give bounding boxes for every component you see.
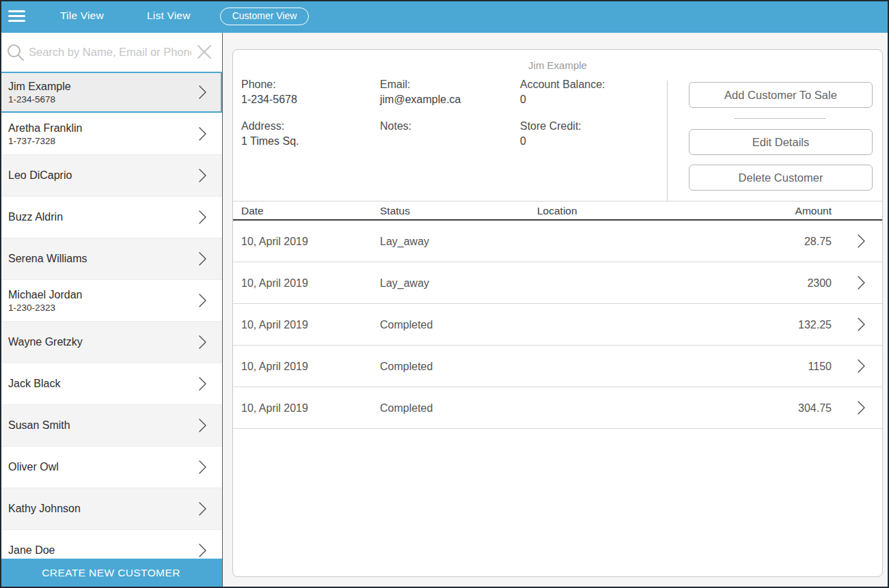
customer-list-item[interactable]: Susan Smith	[0, 405, 222, 447]
customer-phone: 1-737-7328	[8, 135, 83, 147]
cell-amount: 1150	[808, 346, 832, 387]
hamburger-icon	[8, 15, 25, 17]
hamburger-icon	[8, 10, 25, 12]
customer-text: Aretha Franklin 1-737-7328	[8, 122, 83, 147]
chevron-right-icon	[857, 359, 866, 374]
top-bar: Tile View List View Customer View	[0, 0, 889, 33]
create-new-customer-button[interactable]: CREATE NEW CUSTOMER	[0, 559, 222, 588]
customer-text: Susan Smith	[8, 419, 70, 432]
customer-list-item[interactable]: Serena Williams	[0, 238, 222, 280]
column-location: Location	[537, 201, 577, 220]
customer-list-item[interactable]: Leo DiCaprio	[0, 155, 222, 197]
customer-list-item[interactable]: Buzz Aldrin	[0, 197, 222, 238]
customer-name: Serena Williams	[8, 252, 87, 266]
customer-list-item[interactable]: Jane Doe	[0, 530, 222, 559]
transaction-row[interactable]: 10, April 2019 Completed 132.25	[233, 304, 882, 346]
clear-search-icon[interactable]	[197, 44, 212, 59]
chevron-right-icon	[198, 293, 207, 308]
customer-sidebar: Jim Example 1-234-5678 Aretha Franklin 1…	[0, 33, 223, 588]
customer-text: Leo DiCaprio	[8, 169, 72, 182]
tab-tile-view[interactable]: Tile View	[60, 10, 104, 22]
field-value: jim@example.ca	[380, 92, 461, 107]
customer-text: Wayne Gretzky	[8, 335, 83, 349]
cell-date: 10, April 2019	[241, 221, 308, 262]
chevron-right-icon	[198, 85, 207, 100]
chevron-right-icon	[198, 460, 207, 475]
field-email: Email: jim@example.ca	[380, 77, 461, 107]
field-address: Address: 1 Times Sq.	[241, 119, 299, 149]
customer-text: Serena Williams	[8, 252, 87, 266]
customer-list-item[interactable]: Wayne Gretzky	[0, 322, 222, 363]
customer-phone: 1-230-2323	[8, 302, 83, 313]
transactions-header: Date Status Location Amount	[233, 201, 882, 221]
customer-list-item[interactable]: Kathy Johnson	[0, 488, 222, 530]
cell-status: Lay_away	[380, 262, 429, 304]
chevron-right-icon	[198, 335, 207, 350]
customer-name: Leo DiCaprio	[8, 169, 72, 182]
cell-date: 10, April 2019	[241, 387, 308, 429]
chevron-right-icon	[857, 234, 866, 249]
field-value: 0	[520, 92, 605, 107]
cell-status: Completed	[380, 346, 433, 387]
cell-amount: 304.75	[798, 387, 832, 429]
customer-list-item[interactable]: Jim Example 1-234-5678	[0, 72, 222, 113]
cell-status: Completed	[380, 387, 433, 429]
customer-name: Jim Example	[8, 80, 71, 94]
transaction-row[interactable]: 10, April 2019 Completed 304.75	[233, 387, 882, 429]
field-value	[380, 134, 411, 149]
cell-amount: 132.25	[798, 304, 832, 346]
field-label: Notes:	[380, 119, 411, 134]
chevron-right-icon	[198, 376, 207, 391]
customer-name: Susan Smith	[8, 419, 70, 432]
transaction-row[interactable]: 10, April 2019 Completed 1150	[233, 346, 882, 387]
chevron-right-icon	[857, 317, 866, 332]
customer-list-item[interactable]: Jack Black	[0, 363, 222, 405]
customer-name: Kathy Johnson	[8, 502, 81, 516]
add-customer-to-sale-button[interactable]: Add Customer To Sale	[689, 82, 873, 108]
edit-details-button[interactable]: Edit Details	[689, 129, 873, 155]
tab-customer-view[interactable]: Customer View	[220, 8, 309, 25]
customer-text: Jane Doe	[8, 544, 55, 557]
field-notes: Notes:	[380, 119, 411, 149]
field-label: Phone:	[241, 77, 297, 92]
hamburger-icon	[8, 20, 25, 22]
detail-vertical-divider	[667, 81, 668, 201]
chevron-right-icon	[198, 210, 207, 225]
customer-name: Wayne Gretzky	[8, 335, 83, 349]
transaction-row[interactable]: 10, April 2019 Lay_away 28.75	[233, 221, 882, 262]
field-label: Store Credit:	[520, 119, 582, 134]
tab-list-view[interactable]: List View	[147, 10, 191, 22]
field-phone: Phone: 1-234-5678	[241, 77, 297, 107]
chevron-right-icon	[857, 275, 866, 290]
transaction-row[interactable]: 10, April 2019 Lay_away 2300	[233, 262, 882, 304]
customer-list-item[interactable]: Oliver Owl	[0, 447, 222, 488]
main-panel: Jim Example Phone: 1-234-5678 Email: jim…	[223, 33, 889, 588]
field-account-balance: Account Balance: 0	[520, 77, 605, 107]
chevron-right-icon	[198, 501, 207, 516]
chevron-right-icon	[198, 251, 207, 266]
customer-phone: 1-234-5678	[8, 94, 71, 105]
button-separator	[734, 118, 826, 119]
customer-name: Oliver Owl	[8, 460, 59, 474]
cell-date: 10, April 2019	[241, 262, 308, 304]
chevron-right-icon	[198, 168, 207, 183]
column-status: Status	[380, 201, 410, 220]
customer-name: Buzz Aldrin	[8, 210, 63, 224]
search-bar	[0, 33, 222, 72]
field-value: 1-234-5678	[241, 92, 297, 107]
column-date: Date	[241, 201, 264, 220]
field-label: Account Balance:	[520, 77, 605, 92]
customer-list-item[interactable]: Aretha Franklin 1-737-7328	[0, 113, 222, 155]
search-input[interactable]	[29, 33, 191, 72]
customer-text: Oliver Owl	[8, 460, 59, 474]
field-store-credit: Store Credit: 0	[520, 119, 582, 149]
menu-button[interactable]	[8, 10, 26, 23]
cell-date: 10, April 2019	[241, 346, 308, 387]
customer-list-item[interactable]: Michael Jordan 1-230-2323	[0, 280, 222, 322]
customer-text: Buzz Aldrin	[8, 210, 63, 224]
customer-detail-title: Jim Example	[233, 59, 882, 71]
customer-text: Michael Jordan 1-230-2323	[8, 288, 83, 313]
delete-customer-button[interactable]: Delete Customer	[689, 165, 873, 191]
field-value: 1 Times Sq.	[241, 134, 299, 149]
chevron-right-icon	[198, 126, 207, 141]
